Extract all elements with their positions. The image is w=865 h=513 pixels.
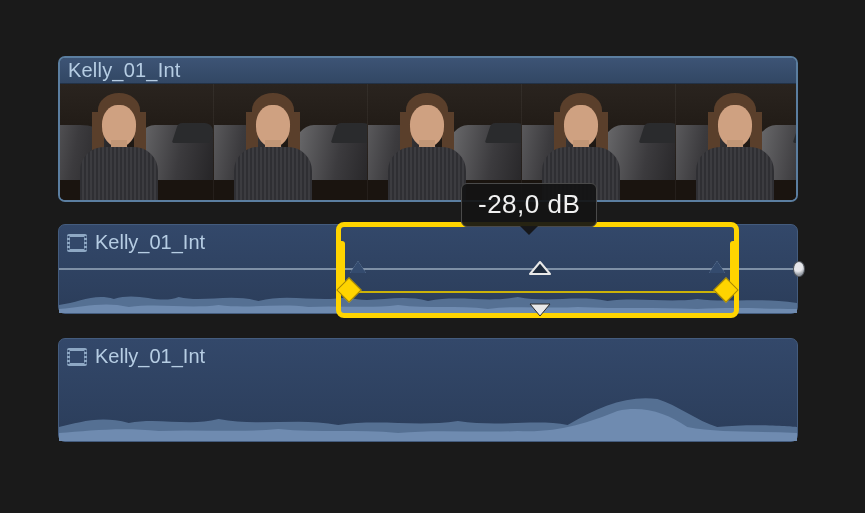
audio-waveform[interactable]: [59, 263, 797, 313]
svg-rect-4: [68, 244, 70, 246]
clip-title: Kelly_01_Int: [68, 59, 180, 82]
audio-clip-title: Kelly_01_Int: [95, 345, 205, 368]
audio-waveform[interactable]: [59, 377, 797, 441]
volume-decrease-arrow[interactable]: [529, 303, 551, 317]
svg-rect-1: [70, 237, 84, 249]
svg-rect-19: [85, 362, 87, 364]
clip-title-bar: Kelly_01_Int: [60, 58, 796, 84]
svg-rect-5: [68, 248, 70, 250]
svg-rect-12: [68, 350, 70, 352]
timeline: Kelly_01_Int: [58, 56, 798, 442]
svg-rect-16: [85, 350, 87, 352]
svg-rect-15: [68, 362, 70, 364]
volume-db-tooltip: -28,0 dB: [461, 183, 597, 227]
svg-rect-3: [68, 240, 70, 242]
thumbnail-frame: [214, 84, 368, 202]
thumbnail-frame: [676, 84, 798, 202]
volume-line[interactable]: [59, 268, 797, 270]
svg-rect-17: [85, 354, 87, 356]
svg-rect-11: [70, 351, 84, 363]
selected-volume-line[interactable]: [351, 291, 723, 293]
audio-clip-title-row: Kelly_01_Int: [67, 231, 205, 254]
audio-clip-1[interactable]: Kelly_01_Int: [58, 224, 798, 314]
volume-increase-arrow[interactable]: [529, 261, 551, 275]
svg-rect-9: [85, 248, 87, 250]
filmstrip-icon: [67, 348, 87, 366]
volume-end-marker[interactable]: [793, 261, 805, 277]
audio-clip-title-row: Kelly_01_Int: [67, 345, 205, 368]
svg-rect-7: [85, 240, 87, 242]
svg-rect-6: [85, 236, 87, 238]
fade-handle-left[interactable]: [350, 261, 366, 273]
svg-rect-2: [68, 236, 70, 238]
svg-rect-14: [68, 358, 70, 360]
filmstrip-icon: [67, 234, 87, 252]
volume-db-value: -28,0 dB: [478, 189, 580, 219]
audio-clip-title: Kelly_01_Int: [95, 231, 205, 254]
svg-rect-13: [68, 354, 70, 356]
fade-handle-right[interactable]: [709, 261, 725, 273]
svg-rect-18: [85, 358, 87, 360]
svg-rect-8: [85, 244, 87, 246]
filmstrip[interactable]: [60, 84, 796, 202]
audio-clip-2[interactable]: Kelly_01_Int: [58, 338, 798, 442]
video-clip[interactable]: Kelly_01_Int: [58, 56, 798, 202]
thumbnail-frame: [60, 84, 214, 202]
